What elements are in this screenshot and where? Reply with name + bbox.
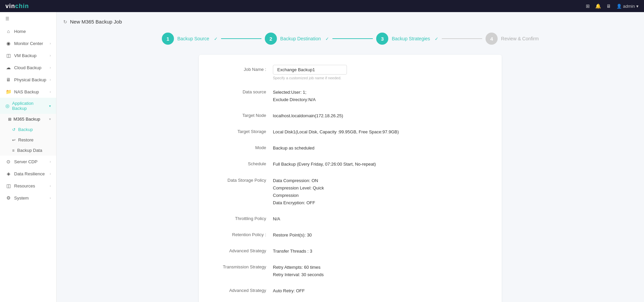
advanced-strategy-text: Transfer Threads : 3: [273, 246, 488, 255]
sidebar-item-data-resilience[interactable]: ◈ Data Resilience ›: [0, 168, 56, 180]
system-icon: ⚙: [5, 195, 11, 201]
data-resilience-icon: ◈: [5, 171, 11, 176]
sidebar-item-vm-backup[interactable]: ◫ VM Backup ›: [0, 49, 56, 61]
sidebar-item-physical-backup[interactable]: 🖥 Physical Backup ›: [0, 74, 56, 86]
sidebar-sub-restore[interactable]: ↩ Restore: [0, 135, 56, 145]
monitor-center-icon: ◉: [5, 41, 11, 46]
sidebar-item-cloud-backup[interactable]: ☁ Cloud Backup ›: [0, 61, 56, 74]
target-node-label: Target Node: [212, 111, 273, 118]
page-header: ↻ New M365 Backup Job: [63, 19, 637, 25]
chevron-right-icon: ›: [50, 90, 51, 94]
advanced-strategy-value: Transfer Threads : 3: [273, 246, 488, 255]
data-source-value: Selected:User: 1; Exclude Directory:N/A: [273, 87, 488, 103]
cloud-backup-icon: ☁: [5, 65, 11, 70]
chevron-right-icon: ›: [50, 196, 51, 200]
step-1-check: ✓: [214, 36, 218, 41]
sidebar-sub-m365: ⊞ M365 Backup ▾ ↺ Backup ↩ Restore ≡ Bac…: [0, 114, 56, 156]
advanced-strategy2-value: Auto Retry: OFF: [273, 286, 488, 295]
advanced-strategy-row: Advanced Strategy Transfer Threads : 3: [212, 246, 488, 255]
step-1[interactable]: 1 Backup Source ✓: [162, 33, 218, 45]
step-3-label: Backup Strategies: [392, 36, 430, 41]
schedule-label: Schedule: [212, 159, 273, 166]
throttling-policy-row: Throttling Policy N/A: [212, 214, 488, 223]
sidebar-item-home[interactable]: ⌂ Home: [0, 25, 56, 37]
data-source-row: Data source Selected:User: 1; Exclude Di…: [212, 87, 488, 103]
topbar-icons: ⊞ 🔔 🖥 👤 admin ▾: [586, 3, 639, 9]
connector-1-2: [221, 38, 261, 39]
target-node-text: localhost.localdomain(172.18.26.25): [273, 111, 488, 120]
schedule-text: Full Backup (Every Friday, 07:26:00 Star…: [273, 159, 488, 168]
step-2-label: Backup Destination: [280, 36, 321, 41]
advanced-strategy2-row: Advanced Strategy Auto Retry: OFF: [212, 286, 488, 295]
dsp-line1: Data Compression: ON: [273, 177, 488, 184]
ts-line2: Retry Interval: 30 seconds: [273, 271, 488, 278]
grid-icon[interactable]: ⊞: [586, 3, 590, 9]
step-2-check: ✓: [325, 36, 329, 41]
sidebar-item-system[interactable]: ⚙ System ›: [0, 192, 56, 204]
sidebar-toggle[interactable]: ☰: [0, 12, 56, 25]
job-name-row: Job Name : Specify a customized job name…: [212, 65, 488, 80]
connector-3-4: [442, 38, 482, 39]
data-storage-policy-label: Data Storage Policy: [212, 176, 273, 183]
chevron-right-icon: ›: [50, 184, 51, 188]
mode-row: Mode Backup as scheduled: [212, 143, 488, 152]
data-source-label: Data source: [212, 87, 273, 94]
step-4[interactable]: 4 Review & Confirm: [486, 33, 539, 45]
steps-wizard: 1 Backup Source ✓ 2 Backup Destination ✓…: [63, 33, 637, 45]
chevron-right-icon: ›: [50, 172, 51, 176]
application-backup-icon: ◎: [5, 103, 9, 109]
dsp-line3: Compression: [273, 192, 488, 199]
target-storage-label: Target Storage: [212, 127, 273, 134]
job-name-input[interactable]: [273, 65, 347, 75]
chevron-right-icon: ›: [50, 78, 51, 82]
step-3[interactable]: 3 Backup Strategies ✓: [376, 33, 438, 45]
server-cdp-icon: ⊙: [5, 159, 11, 164]
ts-line1: Retry Attempts: 60 times: [273, 264, 488, 271]
sidebar-item-application-backup[interactable]: ◎ Application Backup ▾: [0, 98, 56, 114]
step-4-label: Review & Confirm: [501, 36, 539, 41]
m365-icon: ⊞: [8, 117, 11, 122]
vm-backup-icon: ◫: [5, 53, 11, 58]
backup-data-icon: ≡: [12, 148, 14, 153]
step-4-circle: 4: [486, 33, 498, 45]
refresh-icon[interactable]: ↻: [63, 19, 67, 25]
data-source-line1: Selected:User: 1; Exclude Directory:N/A: [273, 89, 488, 103]
data-storage-policy-value: Data Compression: ON Compression Level: …: [273, 176, 488, 207]
sidebar-sub-m365-group[interactable]: ⊞ M365 Backup ▾: [0, 114, 56, 124]
throttling-policy-value: N/A: [273, 214, 488, 223]
m365-chevron-icon: ▾: [49, 117, 51, 121]
advanced-strategy2-label: Advanced Strategy: [212, 286, 273, 293]
sidebar-item-resources[interactable]: ◫ Resources ›: [0, 180, 56, 192]
monitor-icon[interactable]: 🖥: [606, 3, 611, 9]
chevron-down-icon: ▾: [49, 104, 51, 108]
dsp-line4: Data Encryption: OFF: [273, 199, 488, 207]
resources-icon: ◫: [5, 183, 11, 188]
logo: vinchin: [5, 3, 29, 10]
job-name-label: Job Name :: [212, 65, 273, 72]
step-2[interactable]: 2 Backup Destination ✓: [265, 33, 329, 45]
step-2-circle: 2: [265, 33, 277, 45]
sidebar-sub-backup[interactable]: ↺ Backup: [0, 124, 56, 135]
topbar: vinchin ⊞ 🔔 🖥 👤 admin ▾: [0, 0, 644, 12]
physical-backup-icon: 🖥: [5, 77, 11, 82]
sidebar-item-server-cdp[interactable]: ⊙ Server CDP ›: [0, 156, 56, 168]
admin-menu[interactable]: 👤 admin ▾: [616, 4, 639, 9]
chevron-right-icon: ›: [50, 42, 51, 45]
bell-icon[interactable]: 🔔: [595, 3, 601, 9]
sidebar-sub-backup-data[interactable]: ≡ Backup Data: [0, 145, 56, 156]
chevron-right-icon: ›: [50, 54, 51, 57]
sidebar-item-nas-backup[interactable]: 📁 NAS Backup ›: [0, 86, 56, 98]
page-title: New M365 Backup Job: [70, 19, 122, 25]
chevron-right-icon: ›: [50, 66, 51, 70]
sidebar-item-monitor-center[interactable]: ◉ Monitor Center ›: [0, 37, 56, 49]
home-icon: ⌂: [5, 29, 11, 34]
retention-policy-value: Restore Point(s): 30: [273, 230, 488, 239]
retention-policy-text: Restore Point(s): 30: [273, 230, 488, 239]
connector-2-3: [332, 38, 373, 39]
job-name-value: Specify a customized job name if needed.: [273, 65, 488, 80]
throttling-policy-label: Throttling Policy: [212, 214, 273, 221]
data-storage-policy-row: Data Storage Policy Data Compression: ON…: [212, 176, 488, 207]
advanced-strategy2-text: Auto Retry: OFF: [273, 286, 488, 295]
target-storage-value: Local Disk1(Local Disk, Capacity :99.95G…: [273, 127, 488, 136]
mode-label: Mode: [212, 143, 273, 150]
